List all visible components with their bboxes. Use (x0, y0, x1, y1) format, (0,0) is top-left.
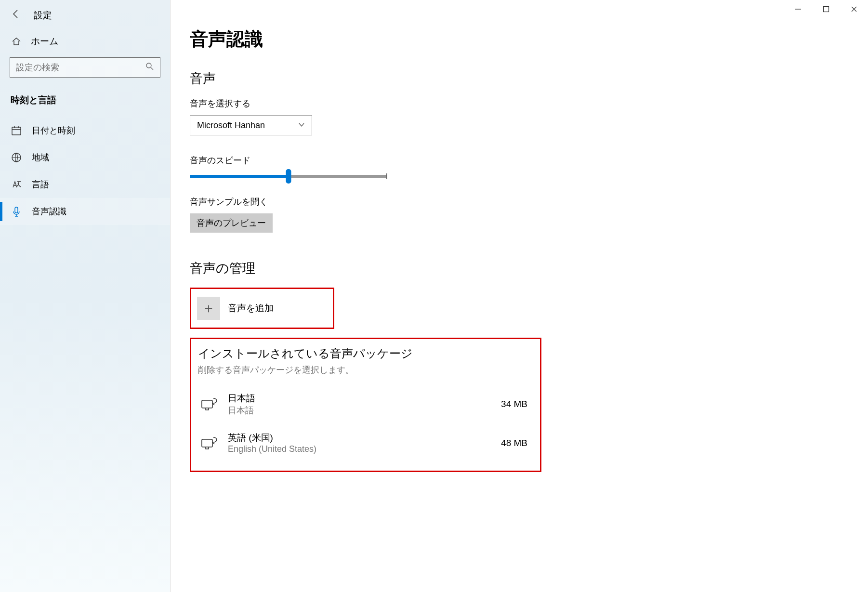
add-voice-button[interactable]: ＋ 音声を追加 (197, 297, 327, 320)
sidebar-item-label: 地域 (32, 152, 49, 163)
maximize-button[interactable] (812, 0, 840, 18)
sidebar-item-label: 言語 (32, 179, 49, 190)
app-title: 設定 (34, 9, 52, 22)
slider-tick (386, 173, 387, 179)
package-size: 48 MB (501, 438, 531, 448)
sidebar-item-language[interactable]: 言語 (0, 171, 170, 198)
section-title: 時刻と言語 (0, 89, 170, 117)
svg-rect-2 (12, 127, 21, 135)
sidebar-item-datetime[interactable]: 日付と時刻 (0, 117, 170, 144)
package-name: 英語 (米国) (228, 432, 492, 444)
search-icon (145, 62, 154, 73)
voice-select[interactable]: Microsoft Hanhan (190, 115, 312, 135)
preview-button[interactable]: 音声のプレビュー (190, 213, 273, 233)
voice-selected: Microsoft Hanhan (197, 120, 265, 131)
add-voice-highlight: ＋ 音声を追加 (190, 288, 334, 329)
package-desc: 日本語 (228, 405, 492, 416)
sidebar-item-label: 日付と時刻 (32, 125, 75, 136)
svg-rect-0 (824, 7, 829, 12)
voice-package-item[interactable]: 英語 (米国) English (United States) 48 MB (198, 428, 533, 458)
sidebar-item-speech[interactable]: 音声認識 (0, 198, 170, 225)
page-title: 音声認識 (190, 27, 849, 52)
microphone-icon (11, 206, 22, 217)
speed-label: 音声のスピード (190, 155, 849, 166)
svg-rect-5 (202, 400, 212, 408)
speed-slider[interactable] (190, 175, 387, 178)
chevron-down-icon (298, 120, 305, 131)
sample-label: 音声サンプルを聞く (190, 196, 849, 208)
slider-fill (190, 175, 289, 178)
home-icon (11, 36, 22, 47)
search-field[interactable] (16, 63, 145, 73)
svg-rect-6 (202, 439, 212, 447)
packages-highlight: インストールされている音声パッケージ 削除する音声パッケージを選択します。 日本… (190, 338, 541, 472)
package-size: 34 MB (501, 399, 531, 409)
slider-thumb[interactable] (286, 169, 291, 184)
search-input[interactable] (10, 57, 160, 78)
home-link[interactable]: ホーム (0, 28, 170, 54)
voice-package-item[interactable]: 日本語 日本語 34 MB (198, 388, 533, 420)
packages-title: インストールされている音声パッケージ (198, 346, 533, 361)
sidebar-item-label: 音声認識 (32, 206, 66, 217)
main-content: 音声認識 音声 音声を選択する Microsoft Hanhan 音声のスピード… (171, 0, 868, 592)
globe-icon (11, 152, 22, 163)
home-label: ホーム (31, 35, 58, 48)
narrator-icon (200, 434, 219, 453)
calendar-icon (11, 125, 22, 136)
select-voice-label: 音声を選択する (190, 98, 849, 109)
back-icon[interactable] (11, 9, 21, 22)
language-icon (11, 179, 22, 190)
close-button[interactable] (840, 0, 868, 18)
plus-icon: ＋ (197, 297, 220, 320)
add-voice-label: 音声を追加 (228, 302, 274, 315)
minimize-button[interactable] (784, 0, 812, 18)
sidebar-item-region[interactable]: 地域 (0, 144, 170, 171)
svg-point-1 (146, 63, 151, 68)
narrator-icon (200, 395, 219, 414)
packages-sub: 削除する音声パッケージを選択します。 (198, 364, 533, 376)
package-name: 日本語 (228, 392, 492, 405)
sidebar: 設定 ホーム 時刻と言語 日付と時刻 地域 言語 音声認識 (0, 0, 171, 592)
section-manage: 音声の管理 (190, 260, 849, 277)
svg-rect-4 (15, 207, 18, 213)
package-desc: English (United States) (228, 444, 492, 454)
section-voice: 音声 (190, 70, 849, 87)
